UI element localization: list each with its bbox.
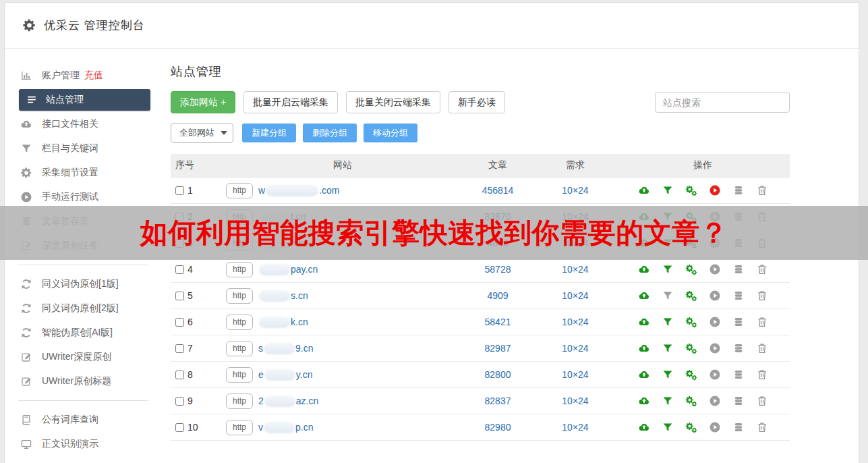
filter-icon[interactable] (662, 369, 674, 381)
site-search-input[interactable] (655, 92, 790, 113)
cloud-upload-icon[interactable] (638, 421, 650, 433)
settings-gears-icon[interactable] (685, 290, 697, 302)
trash-icon[interactable] (756, 316, 768, 328)
cloud-upload-icon[interactable] (638, 369, 650, 381)
http-protocol-button[interactable]: http (226, 367, 253, 383)
http-protocol-button[interactable]: http (226, 288, 253, 304)
sidebar-item-1-0[interactable]: 同义词伪原创[1版] (5, 272, 162, 296)
articles-count-link[interactable]: 82837 (485, 396, 511, 406)
play-icon[interactable] (709, 263, 721, 275)
http-protocol-button[interactable]: http (226, 420, 253, 435)
articles-count-link[interactable]: 82980 (485, 422, 511, 433)
settings-gears-icon[interactable] (685, 342, 697, 354)
add-site-button[interactable]: 添加网站 + (171, 91, 235, 113)
http-protocol-button[interactable]: http (226, 341, 253, 356)
row-checkbox[interactable] (175, 265, 184, 274)
recharge-link[interactable]: 充值 (84, 70, 103, 82)
cloud-upload-icon[interactable] (638, 184, 650, 196)
sidebar-item-0-3[interactable]: 采集细节设置 (5, 161, 162, 185)
sidebar-item-1-4[interactable]: UWriter原创标题 (5, 369, 162, 393)
article-store-icon[interactable] (732, 263, 745, 275)
article-store-icon[interactable] (732, 395, 745, 407)
row-checkbox[interactable] (175, 318, 184, 327)
articles-count-link[interactable]: 58421 (485, 317, 511, 327)
trash-icon[interactable] (756, 395, 768, 407)
trash-icon[interactable] (756, 342, 768, 354)
site-domain-link[interactable]: v p.cn (258, 422, 313, 433)
demand-value-link[interactable]: 10×24 (562, 264, 588, 275)
settings-gears-icon[interactable] (685, 369, 697, 381)
articles-count-link[interactable]: 456814 (482, 185, 514, 196)
demand-value-link[interactable]: 10×24 (562, 317, 588, 327)
filter-icon[interactable] (662, 316, 674, 328)
play-icon[interactable] (709, 290, 721, 302)
sidebar-item-0-1[interactable]: 接口文件相关 (5, 112, 162, 136)
row-checkbox[interactable] (175, 292, 184, 300)
sidebar-item-0-0[interactable]: 站点管理 (19, 89, 150, 111)
row-checkbox[interactable] (175, 371, 184, 379)
http-protocol-button[interactable]: http (226, 315, 253, 330)
trash-icon[interactable] (756, 184, 768, 196)
cloud-upload-icon[interactable] (638, 395, 650, 407)
play-icon[interactable] (709, 395, 721, 407)
move-group-button[interactable]: 移动分组 (364, 124, 417, 142)
sidebar-item-0-2[interactable]: 栏目与关键词 (5, 136, 162, 161)
play-icon[interactable] (709, 316, 721, 328)
row-checkbox[interactable] (175, 186, 184, 195)
demand-value-link[interactable]: 10×24 (562, 290, 588, 301)
filter-icon[interactable] (662, 184, 674, 196)
http-protocol-button[interactable]: http (226, 262, 253, 277)
demand-value-link[interactable]: 10×24 (562, 422, 588, 433)
site-domain-link[interactable]: e y.cn (258, 369, 312, 381)
filter-icon[interactable] (662, 342, 674, 354)
row-checkbox[interactable] (175, 423, 184, 432)
articles-count-link[interactable]: 82987 (485, 343, 511, 354)
filter-icon[interactable] (662, 290, 674, 302)
site-domain-link[interactable]: s 9.cn (258, 343, 313, 354)
site-group-select[interactable]: 全部网站 (171, 123, 233, 143)
trash-icon[interactable] (756, 369, 768, 381)
sidebar-item-2-1[interactable]: 正文识别演示 (5, 432, 162, 456)
play-icon[interactable] (709, 342, 721, 354)
article-store-icon[interactable] (732, 369, 745, 381)
cloud-upload-icon[interactable] (638, 290, 650, 302)
trash-icon[interactable] (756, 263, 768, 275)
trash-icon[interactable] (756, 290, 768, 302)
article-store-icon[interactable] (732, 290, 745, 302)
http-protocol-button[interactable]: http (226, 183, 253, 198)
sidebar-item-2-0[interactable]: 公有词库查询 (5, 408, 162, 432)
filter-icon[interactable] (662, 421, 674, 433)
settings-gears-icon[interactable] (685, 421, 697, 433)
batch-open-collect-button[interactable]: 批量开启云端采集 (243, 91, 338, 113)
cloud-upload-icon[interactable] (638, 342, 650, 354)
play-icon[interactable] (709, 369, 721, 381)
delete-group-button[interactable]: 删除分组 (303, 124, 357, 142)
site-domain-link[interactable]: w .com (258, 185, 339, 196)
http-protocol-button[interactable]: http (226, 393, 253, 409)
site-domain-link[interactable]: k.cn (258, 317, 308, 328)
sidebar-item-account[interactable]: 账户管理 充值 (5, 63, 162, 88)
cloud-upload-icon[interactable] (638, 316, 650, 328)
site-domain-link[interactable]: s.cn (258, 290, 308, 302)
article-store-icon[interactable] (732, 184, 745, 196)
settings-gears-icon[interactable] (685, 395, 697, 407)
site-domain-link[interactable]: pay.cn (258, 264, 318, 275)
batch-close-collect-button[interactable]: 批量关闭云端采集 (346, 91, 440, 113)
settings-gears-icon[interactable] (685, 316, 697, 328)
article-store-icon[interactable] (732, 421, 745, 433)
trash-icon[interactable] (756, 421, 768, 433)
articles-count-link[interactable]: 4909 (487, 290, 508, 301)
sidebar-item-1-1[interactable]: 同义词伪原创[2版] (5, 296, 162, 321)
articles-count-link[interactable]: 82800 (485, 369, 511, 380)
article-store-icon[interactable] (732, 316, 745, 328)
demand-value-link[interactable]: 10×24 (562, 185, 588, 196)
articles-count-link[interactable]: 58728 (485, 264, 511, 275)
row-checkbox[interactable] (175, 344, 184, 353)
play-icon[interactable] (709, 421, 721, 433)
cloud-upload-icon[interactable] (638, 263, 650, 275)
novice-guide-button[interactable]: 新手必读 (449, 91, 505, 113)
new-group-button[interactable]: 新建分组 (242, 124, 296, 142)
filter-icon[interactable] (662, 263, 674, 275)
sidebar-item-1-3[interactable]: UWriter深度原创 (5, 345, 162, 369)
sidebar-item-1-2[interactable]: 智能伪原创[AI版] (5, 321, 162, 345)
